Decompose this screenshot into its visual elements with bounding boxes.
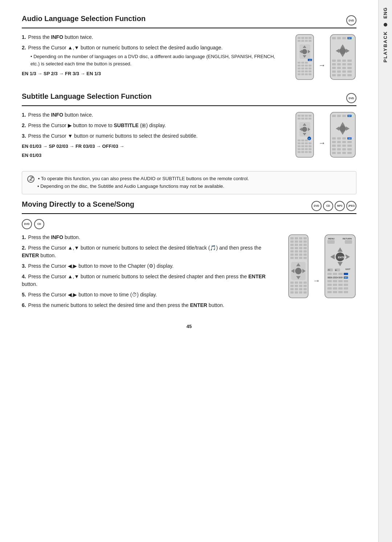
svg-text:▶: ▶ <box>335 269 337 271</box>
svg-rect-190 <box>345 240 352 244</box>
svg-rect-119 <box>332 141 336 143</box>
svg-rect-131 <box>332 152 336 154</box>
svg-rect-37 <box>332 37 336 39</box>
audio-arrow: → <box>318 61 326 69</box>
moving-step-2: 2. Press the Cursor ▲,▼ button or numeri… <box>22 244 277 259</box>
subtitle-step-1: 1. Press the INFO button twice. <box>22 111 277 119</box>
sidebar-eng-label: ENG <box>383 7 388 19</box>
svg-text:▼: ▼ <box>308 138 310 140</box>
subtitle-remote-wrap: ▼ <box>295 111 356 158</box>
svg-rect-88 <box>301 142 304 144</box>
svg-rect-22 <box>305 65 308 66</box>
svg-rect-60 <box>337 70 341 73</box>
moving-remote-large: MENU RETURN ENTER <box>324 234 356 299</box>
svg-rect-129 <box>342 148 346 150</box>
svg-rect-132 <box>337 152 341 154</box>
moving-dvd-badge: DVD <box>311 201 322 211</box>
svg-point-113 <box>339 125 346 132</box>
subtitle-sequence1: EN 01/03 → SP 02/03 → FR 03/03 → OFF/03 … <box>22 143 277 149</box>
svg-rect-35 <box>309 73 311 75</box>
svg-point-14 <box>302 49 307 54</box>
svg-rect-122 <box>347 141 352 143</box>
svg-rect-97 <box>305 148 308 150</box>
svg-rect-181 <box>303 288 307 290</box>
svg-rect-145 <box>295 244 298 246</box>
svg-rect-202 <box>327 273 332 275</box>
svg-rect-39 <box>342 37 346 39</box>
svg-rect-146 <box>299 244 302 246</box>
svg-rect-106 <box>342 115 346 117</box>
svg-rect-85 <box>301 139 304 141</box>
svg-rect-114 <box>332 137 336 139</box>
svg-rect-5 <box>298 40 301 42</box>
audio-step-1: 1. Press the INFO button twice. <box>22 33 277 41</box>
svg-text:SKIP: SKIP <box>339 276 343 279</box>
svg-rect-52 <box>337 63 341 65</box>
svg-rect-203 <box>333 273 337 275</box>
svg-rect-217 <box>344 280 348 282</box>
moving-step-4: 4. Press the Cursor ▲,▼ button or numeri… <box>22 273 277 288</box>
note-box: ℤ ▪ To operate this function, you can al… <box>22 171 356 194</box>
svg-rect-130 <box>347 148 352 150</box>
audio-remote-large: INFO <box>329 33 356 81</box>
svg-rect-216 <box>338 280 343 282</box>
svg-rect-183 <box>295 291 298 294</box>
audio-section-body: 1. Press the INFO button twice. 2. Press… <box>22 33 356 81</box>
svg-rect-24 <box>298 68 301 69</box>
svg-rect-205 <box>344 273 348 275</box>
svg-rect-1 <box>298 37 301 39</box>
subtitle-text: 1. Press the INFO button twice. 2. Press… <box>22 111 284 159</box>
svg-rect-136 <box>290 237 294 239</box>
svg-rect-174 <box>290 285 294 287</box>
svg-rect-34 <box>305 73 308 75</box>
moving-cd-badge: CD <box>323 201 333 211</box>
svg-rect-160 <box>290 257 294 259</box>
svg-rect-215 <box>333 280 337 282</box>
svg-rect-30 <box>305 70 308 72</box>
svg-rect-163 <box>303 257 307 259</box>
svg-rect-225 <box>344 287 348 290</box>
svg-rect-27 <box>309 68 311 69</box>
svg-rect-121 <box>342 141 346 143</box>
subtitle-remote-small: ▼ <box>295 111 315 158</box>
svg-rect-223 <box>333 287 337 290</box>
svg-rect-49 <box>342 60 346 62</box>
svg-rect-148 <box>290 247 294 249</box>
svg-rect-142 <box>299 240 302 243</box>
svg-rect-150 <box>299 247 302 249</box>
svg-rect-137 <box>295 237 298 239</box>
svg-rect-120 <box>337 141 341 143</box>
svg-rect-184 <box>299 291 302 294</box>
svg-rect-7 <box>305 40 308 42</box>
subtitle-step-2: 2. Press the Cursor ▶ button to move to … <box>22 122 277 129</box>
svg-rect-178 <box>290 288 294 290</box>
moving-text: 1. Press the INFO button. 2. Press the C… <box>22 234 284 312</box>
svg-rect-116 <box>342 137 346 139</box>
svg-rect-124 <box>337 145 341 147</box>
svg-text:INFO: INFO <box>309 59 313 61</box>
svg-rect-147 <box>303 244 307 246</box>
svg-rect-204 <box>338 273 343 275</box>
svg-rect-92 <box>301 145 304 147</box>
svg-rect-59 <box>332 70 336 73</box>
svg-rect-53 <box>342 63 346 65</box>
svg-rect-93 <box>305 145 308 147</box>
subtitle-title-text: Subtitle Language Selection Function <box>22 92 152 101</box>
svg-rect-182 <box>290 291 294 294</box>
moving-step-5: 5. Press the Cursor ◀,▶ button to move t… <box>22 291 277 299</box>
svg-rect-171 <box>295 282 298 284</box>
svg-rect-134 <box>347 152 352 154</box>
moving-section-body: 1. Press the INFO button. 2. Press the C… <box>22 234 356 312</box>
svg-rect-96 <box>301 148 304 150</box>
page-container: Audio Language Selection Function DVD 1.… <box>0 0 392 542</box>
audio-remote-small: INFO <box>295 33 315 81</box>
svg-rect-138 <box>299 237 302 239</box>
svg-rect-115 <box>337 137 341 139</box>
moving-step-3: 3. Press the Cursor ◀,▶ button to move t… <box>22 262 277 270</box>
svg-point-169 <box>295 268 302 274</box>
svg-rect-90 <box>309 142 311 144</box>
svg-rect-95 <box>298 148 301 150</box>
subtitle-section-title: Subtitle Language Selection Function DVD <box>22 92 356 106</box>
svg-rect-162 <box>299 257 302 259</box>
svg-rect-126 <box>347 145 352 147</box>
